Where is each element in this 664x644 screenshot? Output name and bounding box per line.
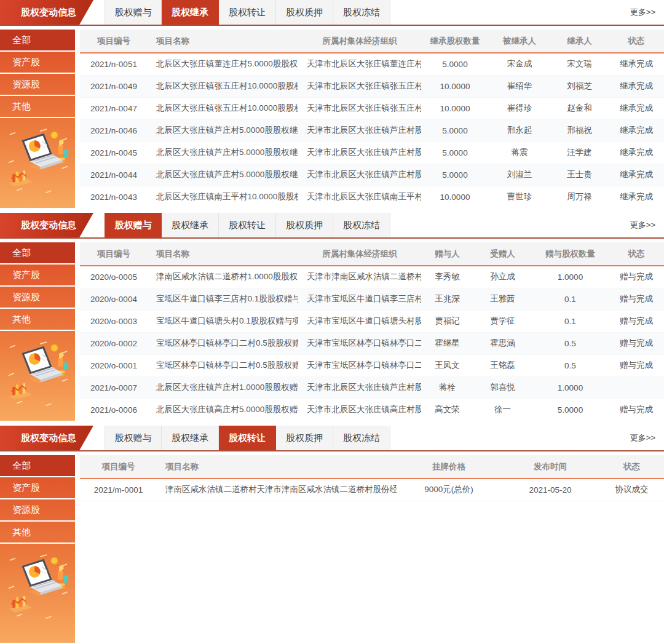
table-cell: 赠与完成 — [609, 288, 664, 310]
table-cell: 邢永起 — [489, 119, 550, 141]
equity-change-page: 股权变动信息 股权赠与股权继承股权转让股权质押股权冻结 更多>> 全部资产股资源… — [0, 0, 664, 643]
table-row[interactable]: 2021/n-0047北辰区大张庄镇张五庄村10.0000股股权继...天津市北… — [80, 97, 664, 119]
table-cell: 崔绍华 — [489, 75, 550, 97]
equity-change-section-gift: 股权变动信息 股权赠与股权继承股权转让股权质押股权冻结 更多>> 全部资产股资源… — [0, 213, 664, 421]
tab-pledge[interactable]: 股权质押 — [276, 213, 333, 237]
more-link[interactable]: 更多>> — [630, 0, 664, 25]
table-cell: 5.0000 — [421, 119, 489, 141]
table-row[interactable]: 2021/n-0044北辰区大张庄镇芦庄村5.0000股股权继承...天津市北辰… — [80, 164, 664, 186]
table-cell: 2021/o-0007 — [80, 376, 148, 399]
category-sidebar: 全部资产股资源股其他 — [0, 30, 75, 208]
table-header-row: 项目编号项目名称挂牌价格发布时间状态 — [80, 455, 664, 479]
table-cell: 王铭磊 — [473, 354, 532, 376]
sidebar-item-asset[interactable]: 资产股 — [0, 477, 75, 499]
table-cell: 赠与完成 — [609, 310, 664, 332]
more-link[interactable]: 更多>> — [630, 213, 664, 237]
table-cell: 继承完成 — [609, 97, 664, 119]
table-cell: 2021/n-0049 — [80, 75, 148, 97]
table-row[interactable]: 2021/o-0007北辰区大张庄镇芦庄村1.0000股股权赠与...天津市北辰… — [80, 376, 664, 399]
table-cell: 赵金和 — [550, 97, 609, 119]
table-cell: 周万禄 — [550, 186, 609, 208]
tab-pledge[interactable]: 股权质押 — [276, 426, 333, 450]
section-header: 股权变动信息 股权赠与股权继承股权转让股权质押股权冻结 更多>> — [0, 213, 664, 239]
column-header: 项目名称 — [157, 455, 397, 479]
table-row[interactable]: 2021/m-0001津南区咸水沽镇二道桥村天津市津南区咸水沽镇二道桥村股份经.… — [80, 479, 664, 501]
table-cell: 继承完成 — [609, 164, 664, 186]
tab-inherit[interactable]: 股权继承 — [162, 0, 219, 25]
sidebar-item-all[interactable]: 全部 — [0, 30, 75, 52]
table-cell: 2020/o-0002 — [80, 332, 148, 354]
table-row[interactable]: 2020/o-0005津南区咸水沽镇二道桥村1.0000股股权赠...天津市津南… — [80, 266, 664, 288]
tab-freeze[interactable]: 股权冻结 — [333, 0, 390, 25]
table-cell: 2020/o-0001 — [80, 354, 148, 376]
sidebar-item-resource[interactable]: 资源股 — [0, 287, 75, 309]
table-cell: 2021/m-0001 — [80, 479, 157, 501]
sidebar-item-asset[interactable]: 资产股 — [0, 264, 75, 287]
finance-illustration — [6, 338, 69, 416]
tab-pledge[interactable]: 股权质押 — [276, 0, 333, 25]
table-cell: 蒋震 — [489, 141, 550, 164]
tab-gift[interactable]: 股权赠与 — [105, 0, 162, 25]
table-row[interactable]: 2021/n-0051北辰区大张庄镇董连庄村5.0000股股权继...天津市北辰… — [80, 53, 664, 75]
table-cell: 2020/o-0004 — [80, 288, 148, 310]
sidebar-item-all[interactable]: 全部 — [0, 242, 75, 264]
sidebar-item-other[interactable]: 其他 — [0, 309, 75, 331]
table-row[interactable]: 2021/o-0006北辰区大张庄镇高庄村5.0000股股权赠与...天津市北辰… — [80, 399, 664, 421]
table-cell: 0.1 — [532, 310, 609, 332]
table-cell: 郭喜悦 — [473, 376, 532, 399]
table-row[interactable]: 2021/n-0046北辰区大张庄镇芦庄村5.0000股股权继承...天津市北辰… — [80, 119, 664, 141]
tab-gift[interactable]: 股权赠与 — [105, 213, 162, 237]
tab-inherit[interactable]: 股权继承 — [162, 426, 219, 450]
more-link[interactable]: 更多>> — [630, 426, 664, 450]
tab-transfer[interactable]: 股权转让 — [219, 213, 276, 237]
sidebar-item-asset[interactable]: 资产股 — [0, 52, 75, 74]
table-row[interactable]: 2021/n-0043北辰区大张庄镇南王平村10.0000股股权继...天津市北… — [80, 186, 664, 208]
section-header: 股权变动信息 股权赠与股权继承股权转让股权质押股权冻结 更多>> — [0, 426, 664, 451]
sidebar-item-other[interactable]: 其他 — [0, 522, 75, 544]
table-cell: 继承完成 — [609, 119, 664, 141]
records-table: 项目编号项目名称所属村集体经济组织继承股权数量被继承人继承人状态 2021/n-… — [80, 30, 664, 208]
column-header: 状态 — [599, 455, 664, 479]
table-cell: 天津市北辰区大张庄镇芦庄村股份... — [298, 376, 421, 399]
table-cell: 王凤文 — [421, 354, 473, 376]
table-row[interactable]: 2020/o-0001宝坻区林亭口镇林亭口二村0.5股股权赠与...天津市宝坻区… — [80, 354, 664, 376]
table-cell: 2021/n-0045 — [80, 141, 148, 164]
table-cell: 北辰区大张庄镇南王平村10.0000股股权继... — [148, 186, 298, 208]
tab-freeze[interactable]: 股权冻结 — [333, 426, 390, 450]
table-cell: 天津市宝坻区牛道口镇李三店村股... — [298, 288, 421, 310]
table-cell: 刘福芝 — [550, 75, 609, 97]
sidebar-item-all[interactable]: 全部 — [0, 455, 75, 477]
section-body: 全部资产股资源股其他 — [0, 242, 664, 421]
table-row[interactable]: 2020/o-0002宝坻区林亭口镇林亭口二村0.5股股权赠与...天津市宝坻区… — [80, 332, 664, 354]
tab-freeze[interactable]: 股权冻结 — [333, 213, 390, 237]
table-row[interactable]: 2020/o-0004宝坻区牛道口镇李三店村0.1股股权赠与项目天津市宝坻区牛道… — [80, 288, 664, 310]
tab-bar: 股权赠与股权继承股权转让股权质押股权冻结 — [105, 213, 390, 237]
tab-inherit[interactable]: 股权继承 — [162, 213, 219, 237]
sidebar-item-other[interactable]: 其他 — [0, 96, 75, 118]
table-cell: 邢福祝 — [550, 119, 609, 141]
table-row[interactable]: 2021/n-0045北辰区大张庄镇芦庄村5.0000股股权继承...天津市北辰… — [80, 141, 664, 164]
table-row[interactable]: 2020/o-0003宝坻区牛道口镇塘头村0.1股股权赠与项目天津市宝坻区牛道口… — [80, 310, 664, 332]
section-ribbon-label: 股权变动信息 — [21, 432, 76, 444]
tab-bar: 股权赠与股权继承股权转让股权质押股权冻结 — [105, 0, 390, 25]
table-cell: 1.0000 — [532, 376, 609, 399]
category-sidebar: 全部资产股资源股其他 — [0, 242, 75, 421]
sidebar-item-resource[interactable]: 资源股 — [0, 499, 75, 522]
table-cell: 天津市宝坻区林亭口镇林亭口二村... — [298, 332, 421, 354]
table-cell: 北辰区大张庄镇芦庄村5.0000股股权继承... — [148, 164, 298, 186]
table-cell: 北辰区大张庄镇芦庄村5.0000股股权继承... — [148, 141, 298, 164]
sidebar-item-resource[interactable]: 资源股 — [0, 74, 75, 96]
tab-transfer[interactable]: 股权转让 — [219, 426, 276, 450]
records-table-area: 项目编号项目名称挂牌价格发布时间状态 2021/m-0001津南区咸水沽镇二道桥… — [80, 455, 664, 643]
tab-transfer[interactable]: 股权转让 — [219, 0, 276, 25]
table-cell: 宋文瑞 — [550, 53, 609, 75]
table-cell: 0.1 — [532, 288, 609, 310]
table-cell: 贾福记 — [421, 310, 473, 332]
records-table: 项目编号项目名称挂牌价格发布时间状态 2021/m-0001津南区咸水沽镇二道桥… — [80, 455, 664, 501]
column-header: 继承股权数量 — [421, 30, 489, 53]
table-row[interactable]: 2021/n-0049北辰区大张庄镇张五庄村10.0000股股权继...天津市北… — [80, 75, 664, 97]
tab-gift[interactable]: 股权赠与 — [105, 426, 162, 450]
table-header-row: 项目编号项目名称所属村集体经济组织赠与人受赠人赠与股权数量状态 — [80, 242, 664, 266]
category-list: 全部资产股资源股其他 — [0, 455, 75, 544]
table-cell: 汪学建 — [550, 141, 609, 164]
